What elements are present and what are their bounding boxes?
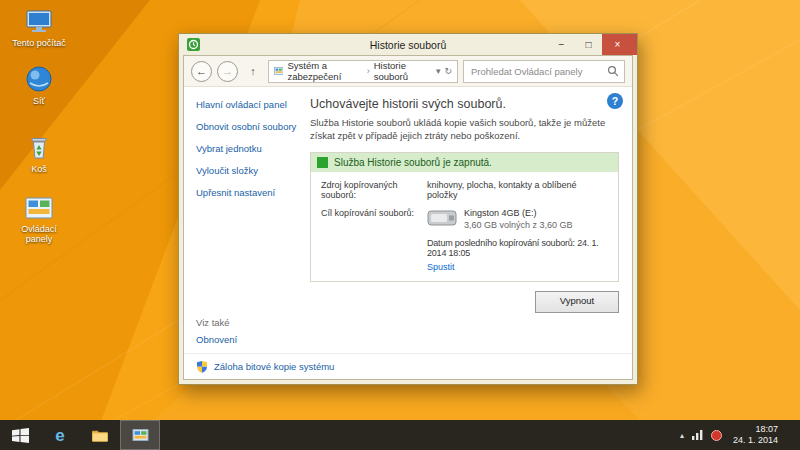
usb-drive-icon	[427, 208, 457, 228]
status-text: Služba Historie souborů je zapnutá.	[334, 157, 492, 168]
run-now-link[interactable]: Spustit	[311, 258, 618, 281]
status-banner: Služba Historie souborů je zapnutá.	[311, 153, 618, 172]
refresh-icon[interactable]: ↻	[444, 66, 452, 76]
desktop-icon-this-pc[interactable]: Tento počítač	[8, 8, 70, 48]
desktop-icon-control-panel[interactable]: Ovládací panely	[8, 196, 70, 245]
taskbar-item-control-panel[interactable]	[120, 420, 160, 450]
breadcrumb-current[interactable]: Historie souborů	[374, 60, 428, 82]
sidebar-item-recovery[interactable]: Obnovení	[196, 334, 237, 345]
control-panel-taskbar-icon	[132, 428, 149, 442]
minimize-button[interactable]: −	[548, 34, 575, 55]
navigation-bar: ← → ↑ Systém a zabezpečení › Historie so…	[184, 56, 632, 87]
breadcrumb-separator: ›	[367, 66, 370, 76]
breadcrumb-root[interactable]: Systém a zabezpečení	[287, 60, 362, 82]
clock-date: 24. 1. 2014	[733, 435, 778, 446]
tray-network-icon[interactable]	[692, 430, 703, 440]
control-panel-icon	[24, 196, 54, 222]
drive-free-space: 3,60 GB volných z 3,60 GB	[464, 220, 573, 230]
forward-button[interactable]: →	[217, 61, 238, 82]
status-box: Služba Historie souborů je zapnutá. Zdro…	[310, 152, 619, 282]
breadcrumb: Systém a zabezpečení › Historie souborů …	[268, 60, 458, 83]
turn-off-button[interactable]: Vypnout	[535, 291, 619, 313]
desktop-icon-label: Síť	[33, 96, 45, 106]
breadcrumb-dropdown-icon[interactable]: ▾	[436, 66, 441, 76]
desktop-icon-label: Tento počítač	[12, 38, 66, 48]
network-icon	[24, 64, 54, 94]
search-box	[463, 60, 625, 83]
page-title: Uchovávejte historii svých souborů.	[310, 97, 619, 111]
desktop-icon-label: Koš	[31, 164, 47, 174]
desktop-icon-network[interactable]: Síť	[8, 64, 70, 106]
search-input[interactable]	[469, 65, 607, 78]
tray-hidden-icons-chevron-icon[interactable]: ▴	[680, 431, 684, 440]
system-image-backup-link[interactable]: Záloha bitové kopie systému	[214, 361, 334, 372]
target-label: Cíl kopírování souborů:	[321, 208, 427, 230]
recycle-bin-icon	[25, 134, 53, 162]
up-button[interactable]: ↑	[243, 61, 263, 81]
maximize-button[interactable]: □	[575, 34, 602, 55]
clock-time: 18:07	[733, 424, 778, 435]
sidebar-item-advanced-settings[interactable]: Upřesnit nastavení	[196, 187, 310, 198]
source-label: Zdroj kopírovaných souborů:	[321, 180, 427, 200]
system-tray: ▴ 18:07 24. 1. 2014	[680, 420, 800, 450]
target-row: Cíl kopírování souborů: Kingston 4GB (E:…	[311, 200, 618, 230]
desktop: Tento počítač Síť Koš Ovládací panely	[0, 0, 800, 450]
breadcrumb-location-icon	[274, 65, 283, 77]
search-icon[interactable]	[607, 65, 619, 77]
taskbar-item-internet-explorer[interactable]: e	[40, 420, 80, 450]
see-also-heading: Viz také	[196, 317, 237, 328]
taskbar: e ▴ 18:	[0, 420, 800, 450]
window-body: ← → ↑ Systém a zabezpečení › Historie so…	[183, 55, 633, 380]
sidebar-item-exclude-folders[interactable]: Vyloučit složky	[196, 165, 310, 176]
internet-explorer-icon: e	[55, 427, 64, 444]
last-copy-date: Datum posledního kopírování souborů: 24.…	[311, 230, 618, 258]
caption-buttons: − □ ×	[548, 34, 633, 55]
taskbar-item-file-explorer[interactable]	[80, 420, 120, 450]
status-on-icon	[317, 157, 328, 168]
desktop-icon-recycle-bin[interactable]: Koš	[8, 134, 70, 174]
sidebar-item-restore-files[interactable]: Obnovit osobní soubory	[196, 121, 310, 132]
target-drive: Kingston 4GB (E:) 3,60 GB volných z 3,60…	[427, 208, 608, 230]
desktop-icon-label: Ovládací panely	[8, 224, 70, 245]
sidebar-item-select-drive[interactable]: Vybrat jednotku	[196, 143, 310, 154]
uac-shield-icon	[196, 360, 208, 374]
page-description: Služba Historie souborů ukládá kopie vaš…	[310, 116, 619, 143]
drive-info: Kingston 4GB (E:) 3,60 GB volných z 3,60…	[464, 208, 573, 230]
main-panel: Uchovávejte historii svých souborů. Služ…	[310, 97, 619, 313]
title-bar[interactable]: Historie souborů − □ ×	[183, 34, 633, 55]
start-button[interactable]	[0, 420, 40, 450]
window-content: ? Hlavní ovládací panel Obnovit osobní s…	[184, 87, 632, 379]
taskbar-clock[interactable]: 18:07 24. 1. 2014	[730, 424, 781, 447]
file-history-window: Historie souborů − □ × ← → ↑	[178, 33, 638, 385]
file-history-app-icon	[187, 38, 200, 51]
source-value: knihovny, plocha, kontakty a oblíbené po…	[427, 180, 608, 200]
tray-antivirus-icon[interactable]	[711, 430, 722, 441]
drive-name: Kingston 4GB (E:)	[464, 208, 573, 218]
file-explorer-icon	[91, 428, 109, 443]
button-row: Vypnout	[310, 290, 619, 313]
close-button[interactable]: ×	[602, 34, 637, 55]
windows-logo-icon	[12, 428, 29, 443]
this-pc-icon	[23, 8, 55, 36]
bottom-strip: Záloha bitové kopie systému	[184, 353, 632, 379]
task-pane: Hlavní ovládací panel Obnovit osobní sou…	[184, 87, 310, 353]
source-row: Zdroj kopírovaných souborů: knihovny, pl…	[311, 172, 618, 200]
sidebar-item-control-panel-home[interactable]: Hlavní ovládací panel	[196, 99, 310, 110]
see-also-section: Viz také Obnovení	[196, 317, 237, 345]
back-button[interactable]: ←	[191, 61, 212, 82]
